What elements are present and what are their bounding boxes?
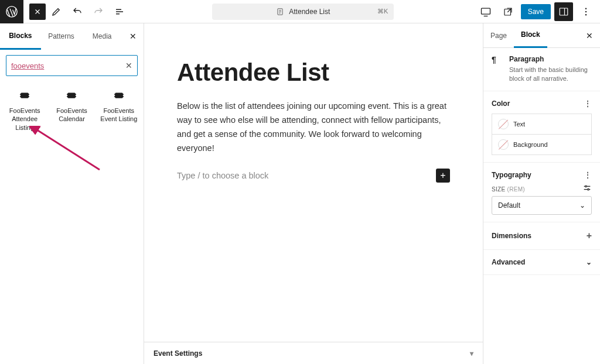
ticket-icon (64, 89, 79, 103)
svg-point-6 (585, 11, 587, 12)
empty-swatch-icon (498, 119, 509, 129)
save-button[interactable]: Save (521, 4, 551, 19)
document-title-bar[interactable]: Attendee List ⌘K (212, 4, 394, 20)
bottom-panel-title: Event Settings (154, 349, 202, 358)
paragraph-block[interactable]: Below is the list of attendees joining o… (177, 99, 450, 156)
search-field[interactable] (11, 61, 125, 70)
svg-rect-2 (481, 8, 490, 14)
more-options-button[interactable] (577, 2, 595, 21)
color-label: Text (513, 121, 525, 128)
close-sidebar-button[interactable]: ✕ (579, 31, 600, 40)
tab-blocks[interactable]: Blocks (0, 23, 41, 50)
color-heading: Color (492, 99, 510, 108)
redo-button[interactable] (89, 2, 108, 21)
wordpress-logo[interactable] (0, 0, 23, 23)
color-label: Background (513, 141, 548, 148)
undo-button[interactable] (68, 2, 87, 21)
block-label: FooEvents Event Listing (98, 107, 140, 123)
page-icon (276, 8, 284, 16)
view-desktop-button[interactable] (476, 2, 495, 21)
clear-search-button[interactable]: ✕ (125, 61, 132, 70)
chevron-down-icon: ▾ (470, 349, 473, 358)
block-fooevents-event-listing[interactable]: FooEvents Event Listing (97, 87, 141, 134)
size-unit: (REM) (507, 186, 525, 193)
add-block-button[interactable]: + (436, 169, 450, 183)
block-fooevents-calendar[interactable]: FooEvents Calendar (49, 87, 94, 134)
text-color-button[interactable]: Text (492, 114, 592, 135)
svg-point-7 (585, 14, 587, 15)
document-outline-button[interactable] (110, 2, 129, 21)
tab-block[interactable]: Block (514, 23, 547, 48)
block-search-input[interactable]: ✕ (6, 55, 138, 76)
typography-options-button[interactable]: ⋮ (584, 171, 592, 179)
block-label: FooEvents Calendar (50, 107, 93, 123)
svg-rect-4 (560, 8, 568, 15)
size-custom-toggle[interactable] (582, 183, 592, 193)
advanced-panel-toggle[interactable]: Advanced ⌄ (483, 250, 600, 275)
page-title[interactable]: Attendee List (177, 59, 450, 87)
paragraph-icon: ¶ (492, 55, 503, 84)
ticket-icon (18, 89, 32, 103)
dimensions-label: Dimensions (492, 232, 531, 240)
edit-tool-button[interactable] (47, 2, 66, 21)
close-inserter-button[interactable] (29, 4, 46, 20)
svg-point-9 (585, 186, 587, 187)
advanced-label: Advanced (492, 258, 525, 266)
event-settings-panel[interactable]: Event Settings ▾ (144, 342, 483, 364)
preview-external-button[interactable] (499, 2, 517, 21)
tab-media[interactable]: Media (81, 24, 122, 49)
plus-icon: + (587, 231, 592, 241)
size-value: Default (498, 201, 520, 210)
size-label: SIZE (492, 186, 505, 193)
dimensions-panel-toggle[interactable]: Dimensions + (483, 222, 600, 250)
settings-sidebar-toggle[interactable] (554, 2, 573, 21)
tab-page[interactable]: Page (483, 24, 514, 47)
block-fooevents-attendee-listing[interactable]: FooEvents Attendee Listing (2, 87, 47, 134)
empty-swatch-icon (498, 139, 509, 150)
chevron-down-icon: ⌄ (586, 258, 592, 266)
shortcut-hint: ⌘K (377, 8, 388, 15)
color-options-button[interactable]: ⋮ (584, 99, 592, 108)
background-color-button[interactable]: Background (492, 135, 592, 155)
close-panel-button[interactable]: ✕ (122, 32, 144, 41)
block-placeholder[interactable]: Type / to choose a block (177, 171, 268, 180)
document-title: Attendee List (289, 8, 330, 16)
typography-heading: Typography (492, 171, 531, 179)
block-name: Paragraph (509, 55, 592, 63)
ticket-icon (112, 89, 126, 103)
block-label: FooEvents Attendee Listing (4, 107, 46, 132)
chevron-down-icon: ⌄ (579, 201, 585, 210)
svg-point-5 (585, 8, 587, 9)
svg-point-10 (588, 188, 589, 190)
tab-patterns[interactable]: Patterns (41, 24, 82, 49)
font-size-select[interactable]: Default ⌄ (492, 196, 592, 215)
block-description: Start with the basic building block of a… (509, 66, 592, 84)
